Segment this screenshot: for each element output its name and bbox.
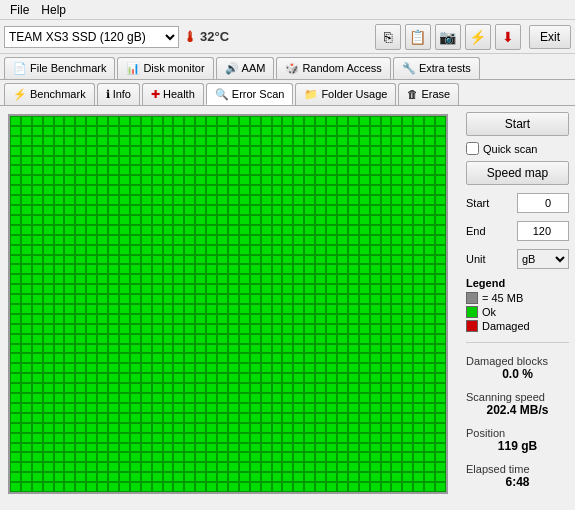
grid-cell [86,443,97,453]
grid-cell [64,165,75,175]
grid-cell [326,215,337,225]
grid-cell [370,314,381,324]
grid-cell [348,255,359,265]
grid-cell [54,185,65,195]
grid-cell [152,443,163,453]
grid-cell [435,344,446,354]
tab-info[interactable]: ℹ Info [97,83,140,105]
tab-erase[interactable]: 🗑 Erase [398,83,459,105]
grid-cell [239,156,250,166]
tab-error-scan[interactable]: 🔍 Error Scan [206,83,294,105]
tab-random-access[interactable]: 🎲 Random Access [276,57,390,79]
grid-cell [402,274,413,284]
speed-map-button[interactable]: Speed map [466,161,569,185]
grid-cell [250,235,261,245]
grid-cell [402,294,413,304]
grid-cell [381,482,392,492]
grid-cell [195,215,206,225]
menu-help[interactable]: Help [35,2,72,18]
grid-cell [391,482,402,492]
grid-cell [315,146,326,156]
grid-cell [206,443,217,453]
grid-cell [391,314,402,324]
grid-cell [272,116,283,126]
grid-cell [293,383,304,393]
grid-cell [10,433,21,443]
grid-cell [424,423,435,433]
tab-disk-monitor-label: Disk monitor [143,62,204,74]
copy-button[interactable]: ⎘ [375,24,401,50]
grid-cell [391,304,402,314]
grid-cell [250,373,261,383]
start-button[interactable]: Start [466,112,569,136]
grid-cell [119,235,130,245]
grid-cell [64,383,75,393]
grid-cell [239,482,250,492]
grid-cell [206,175,217,185]
grid-cell [402,393,413,403]
grid-cell [402,215,413,225]
tab-benchmark[interactable]: ⚡ Benchmark [4,83,95,105]
grid-cell [261,294,272,304]
grid-cell [119,452,130,462]
grid-cell [119,353,130,363]
grid-cell [304,383,315,393]
grid-cell [217,353,228,363]
tab-disk-monitor[interactable]: 📊 Disk monitor [117,57,213,79]
quick-scan-checkbox[interactable] [466,142,479,155]
grid-cell [326,205,337,215]
grid-cell [195,284,206,294]
grid-cell [402,126,413,136]
grid-cell [261,205,272,215]
grid-cell [217,462,228,472]
grid-cell [391,225,402,235]
grid-cell [435,462,446,472]
grid-cell [250,462,261,472]
tab-folder-usage[interactable]: 📁 Folder Usage [295,83,396,105]
tab-aam[interactable]: 🔊 AAM [216,57,275,79]
tab-file-benchmark[interactable]: 📄 File Benchmark [4,57,115,79]
grid-cell [239,165,250,175]
grid-cell [282,363,293,373]
grid-cell [435,294,446,304]
grid-cell [261,126,272,136]
grid-cell [86,423,97,433]
end-input[interactable] [517,221,569,241]
grid-cell [173,245,184,255]
paste-button[interactable]: 📋 [405,24,431,50]
grid-cell [217,423,228,433]
grid-cell [195,324,206,334]
grid-cell [381,393,392,403]
grid-cell [21,353,32,363]
grid-cell [184,175,195,185]
grid-cell [97,304,108,314]
grid-cell [86,304,97,314]
grid-cell [195,403,206,413]
menu-file[interactable]: File [4,2,35,18]
screenshot-button[interactable]: 📷 [435,24,461,50]
grid-cell [261,146,272,156]
exit-button[interactable]: Exit [529,25,571,49]
grid-cell [239,126,250,136]
start-input[interactable] [517,193,569,213]
grid-cell [184,136,195,146]
grid-cell [86,314,97,324]
grid-cell [217,146,228,156]
disk-monitor-icon: 📊 [126,62,140,75]
tab-extra-tests[interactable]: 🔧 Extra tests [393,57,480,79]
grid-cell [381,274,392,284]
download-button[interactable]: ⬇ [495,24,521,50]
grid-cell [315,443,326,453]
grid-cell [304,116,315,126]
drive-select[interactable]: TEAM XS3 SSD (120 gB) [4,26,179,48]
grid-cell [315,116,326,126]
flash-button[interactable]: ⚡ [465,24,491,50]
grid-cell [424,452,435,462]
grid-cell [130,413,141,423]
grid-cell [119,403,130,413]
unit-select[interactable]: gB MB [517,249,569,269]
grid-cell [54,156,65,166]
tab-health[interactable]: ✚ Health [142,83,204,105]
grid-cell [10,353,21,363]
grid-cell [141,215,152,225]
